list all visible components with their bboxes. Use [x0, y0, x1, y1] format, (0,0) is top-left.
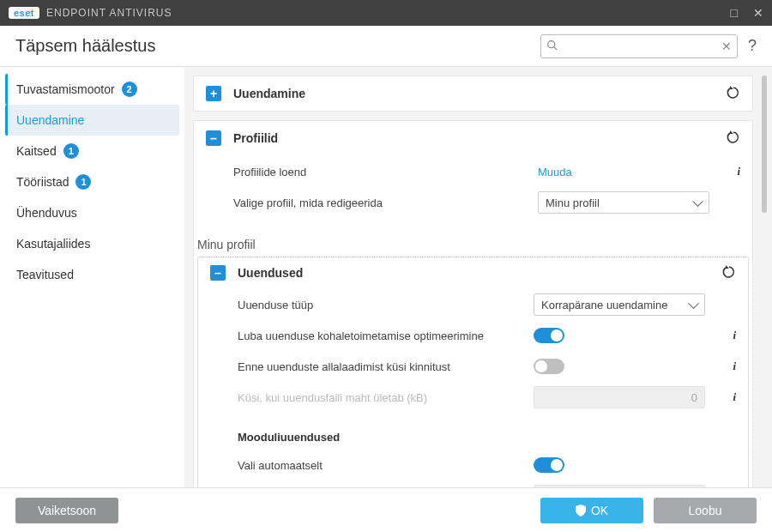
revert-icon[interactable]: [722, 265, 736, 281]
row-update-type: Uuenduse tüüp Korrapärane uuendamine: [238, 292, 736, 317]
field-label: Küsi, kui uuendusfaili maht ületab (kB): [238, 391, 534, 404]
product-name: ENDPOINT ANTIVIRUS: [46, 7, 172, 19]
cancel-button[interactable]: Loobu: [654, 498, 757, 523]
info-icon[interactable]: i: [718, 165, 740, 178]
sidebar-item-uuendamine[interactable]: Uuendamine: [5, 105, 179, 136]
sidebar-badge: 2: [122, 82, 137, 97]
sidebar-badge: 1: [63, 143, 79, 159]
sidebar-item-label: Tuvastamismootor: [16, 82, 115, 96]
shield-icon: [576, 505, 586, 517]
panel-header[interactable]: + Uuendamine: [194, 76, 752, 111]
panel-header[interactable]: – Profiilid: [194, 121, 752, 155]
info-icon[interactable]: i: [714, 360, 736, 373]
profile-section-label: Minu profiil: [197, 238, 752, 251]
panel-title: Uuendamine: [233, 87, 305, 100]
sidebar-item-label: Uuendamine: [16, 113, 84, 127]
sidebar-item-teavitused[interactable]: Teavitused: [5, 259, 179, 290]
profile-select[interactable]: Minu profiil: [538, 191, 709, 214]
info-icon[interactable]: i: [714, 329, 736, 342]
maximize-icon[interactable]: □: [731, 6, 738, 20]
sidebar-item-tuvastamismootor[interactable]: Tuvastamismootor 2: [5, 74, 179, 105]
sidebar-item-label: Tööriistad: [16, 175, 69, 189]
titlebar: eset ENDPOINT ANTIVIRUS □ ✕: [0, 0, 772, 26]
info-icon[interactable]: i: [714, 390, 736, 404]
row-ask-size: Küsi, kui uuendusfaili maht ületab (kB) …: [238, 384, 736, 410]
panel-header[interactable]: – Uuendused: [198, 257, 748, 288]
search-input[interactable]: [561, 39, 721, 52]
svg-line-1: [554, 46, 557, 49]
field-label: Enne uuenduste allalaadimist küsi kinnit…: [238, 360, 534, 373]
panel-title: Profiilid: [233, 131, 278, 145]
revert-icon[interactable]: [727, 130, 740, 147]
ask-size-input: [534, 386, 705, 408]
help-icon[interactable]: ?: [748, 37, 757, 55]
search-clear-icon[interactable]: ✕: [721, 39, 732, 53]
page-header: Täpsem häälestus ✕ ?: [0, 26, 772, 67]
expand-icon[interactable]: +: [206, 86, 221, 101]
sidebar-item-label: Kaitsed: [16, 144, 57, 158]
sidebar-item-label: Ühenduvus: [16, 206, 77, 220]
panel-uuendamine: + Uuendamine: [193, 76, 753, 112]
row-auto-select: Vali automaatselt: [238, 452, 736, 478]
panel-profiilid: – Profiilid Profiilide loend Muuda i Val…: [193, 120, 753, 487]
default-zone-button[interactable]: Vaiketsoon: [15, 498, 118, 523]
sidebar-item-tooriistad[interactable]: Tööriistad 1: [5, 166, 179, 197]
field-label: Valige profiil, mida redigeerida: [233, 196, 538, 209]
brand-badge: eset: [9, 7, 39, 19]
module-updates-title: Mooduliuuendused: [238, 431, 736, 444]
page-title: Täpsem häälestus: [15, 36, 155, 56]
footer: Vaiketsoon OK Loobu: [0, 487, 772, 532]
main-content: + Uuendamine – Profiilid Profiilide loen…: [184, 67, 772, 487]
close-icon[interactable]: ✕: [753, 6, 763, 20]
row-profile-select: Valige profiil, mida redigeerida Minu pr…: [233, 190, 740, 215]
ok-button[interactable]: OK: [540, 498, 643, 523]
collapse-icon[interactable]: –: [210, 265, 226, 281]
optimize-toggle[interactable]: [534, 328, 564, 343]
sidebar-item-uhenduvus[interactable]: Ühenduvus: [5, 197, 179, 228]
sidebar-badge: 1: [75, 174, 91, 190]
search-icon: [546, 39, 558, 53]
collapse-icon[interactable]: –: [206, 130, 221, 146]
custom-server-input: [534, 485, 705, 487]
sidebar-item-label: Teavitused: [16, 268, 74, 281]
confirm-toggle[interactable]: [534, 359, 564, 374]
svg-point-0: [548, 40, 555, 47]
sidebar: Tuvastamismootor 2 Uuendamine Kaitsed 1 …: [0, 67, 184, 487]
select-value: Korrapärane uuendamine: [541, 299, 667, 311]
field-label: Luba uuenduse kohaletoimetamise optimeer…: [238, 329, 534, 342]
field-label: Profiilide loend: [233, 166, 538, 178]
window-controls: □ ✕: [731, 6, 763, 20]
scrollbar[interactable]: [762, 76, 767, 213]
auto-select-toggle[interactable]: [534, 457, 564, 473]
row-confirm: Enne uuenduste allalaadimist küsi kinnit…: [238, 354, 736, 379]
ok-label: OK: [591, 504, 608, 517]
field-label: Uuenduse tüüp: [238, 299, 534, 311]
panel-title: Uuendused: [238, 266, 303, 280]
field-label: Vali automaatselt: [238, 459, 534, 472]
sidebar-item-label: Kasutajaliides: [16, 237, 90, 251]
search-box[interactable]: ✕: [540, 34, 738, 58]
edit-link[interactable]: Muuda: [538, 166, 572, 178]
row-profile-list: Profiilide loend Muuda i: [233, 159, 740, 184]
sidebar-item-kaitsed[interactable]: Kaitsed 1: [5, 136, 179, 166]
select-value: Minu profiil: [546, 196, 600, 209]
panel-uuendused: – Uuendused Uuenduse tüüp Korrapärane uu…: [197, 257, 749, 487]
revert-icon[interactable]: [727, 86, 740, 102]
row-optimize: Luba uuenduse kohaletoimetamise optimeer…: [238, 323, 736, 348]
row-custom-server: Kohandatud server i: [238, 483, 736, 487]
sidebar-item-kasutajaliides[interactable]: Kasutajaliides: [5, 228, 179, 259]
update-type-select[interactable]: Korrapärane uuendamine: [534, 293, 705, 316]
